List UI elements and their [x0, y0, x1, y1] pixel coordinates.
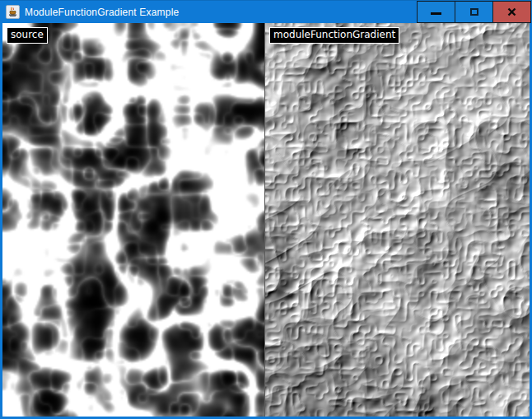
maximize-icon — [470, 8, 478, 16]
minimize-button[interactable] — [417, 1, 455, 23]
maximize-button[interactable] — [455, 1, 493, 23]
titlebar[interactable]: ModuleFunctionGradient Example — [0, 0, 532, 23]
module-function-gradient-image — [265, 23, 530, 417]
source-image — [2, 23, 264, 417]
source-label: source — [7, 27, 48, 44]
app-window: ModuleFunctionGradient Example source mo… — [0, 0, 532, 419]
window-controls — [418, 1, 531, 23]
module-function-gradient-label: moduleFunctionGradient — [269, 27, 399, 44]
java-coffee-cup-glyph — [7, 7, 18, 17]
window-title: ModuleFunctionGradient Example — [25, 7, 179, 18]
source-panel: source — [2, 23, 264, 417]
close-icon — [507, 7, 516, 16]
gradient-panel: moduleFunctionGradient — [265, 23, 530, 417]
content-area: source moduleFunctionGradient — [0, 23, 532, 419]
java-coffee-cup-icon — [6, 5, 20, 19]
minimize-icon — [431, 12, 441, 15]
close-button[interactable] — [492, 1, 531, 23]
